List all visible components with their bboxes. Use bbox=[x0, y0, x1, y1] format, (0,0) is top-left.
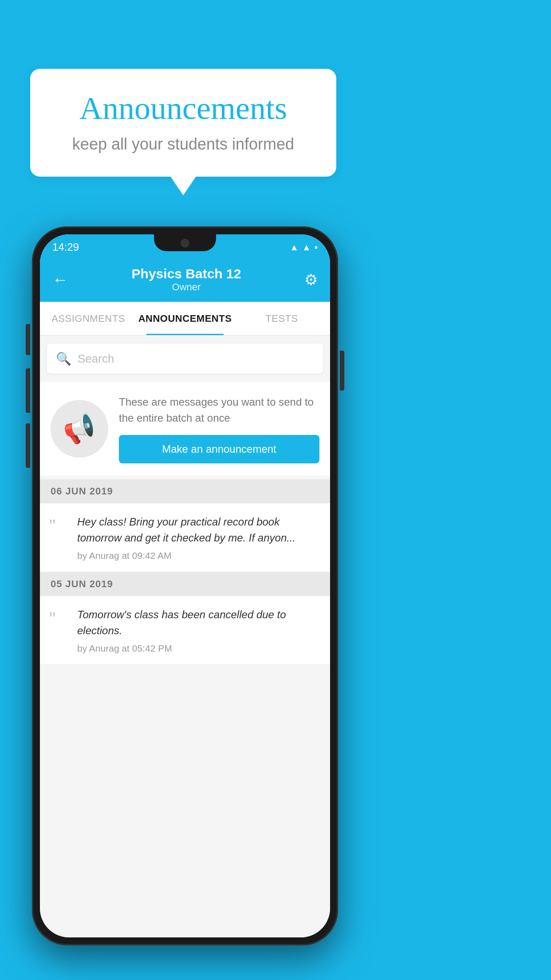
tab-announcements[interactable]: ANNOUNCEMENTS bbox=[137, 302, 233, 335]
back-button[interactable]: ← bbox=[52, 270, 68, 289]
tab-tests[interactable]: TESTS bbox=[233, 302, 330, 335]
announcement-content-2: Tomorrow's class has been cancelled due … bbox=[77, 607, 321, 654]
make-announcement-button[interactable]: Make an announcement bbox=[119, 435, 319, 463]
status-time: 14:29 bbox=[52, 241, 79, 253]
volume-down-button bbox=[26, 423, 30, 468]
phone-screen: 14:29 ▲ ▲ ▪ ← Physics Batch 12 Owner ⚙ bbox=[40, 234, 330, 937]
front-camera bbox=[181, 239, 189, 248]
promo-right: These are messages you want to send to t… bbox=[119, 394, 319, 463]
wifi-icon: ▲ bbox=[290, 242, 299, 253]
announcement-item-1[interactable]: " Hey class! Bring your practical record… bbox=[40, 503, 330, 572]
announcement-content-1: Hey class! Bring your practical record b… bbox=[77, 514, 321, 561]
promo-card: 📢 These are messages you want to send to… bbox=[40, 382, 330, 476]
tab-assignments[interactable]: ASSIGNMENTS bbox=[40, 302, 137, 335]
content-area: 🔍 Search 📢 These are messages you want t… bbox=[40, 336, 330, 937]
quote-icon-1: " bbox=[49, 517, 68, 534]
bubble-subtitle: keep all your students informed bbox=[57, 135, 310, 154]
app-header: ← Physics Batch 12 Owner ⚙ bbox=[40, 257, 330, 302]
phone-notch bbox=[154, 234, 216, 251]
bubble-title: Announcements bbox=[57, 90, 310, 127]
speech-bubble-container: Announcements keep all your students inf… bbox=[30, 69, 336, 177]
announcement-meta-2: by Anurag at 05:42 PM bbox=[77, 643, 321, 654]
battery-icon: ▪ bbox=[315, 242, 318, 253]
quote-icon-2: " bbox=[49, 609, 68, 627]
power-button bbox=[340, 351, 344, 391]
settings-icon[interactable]: ⚙ bbox=[304, 271, 318, 288]
user-role: Owner bbox=[132, 281, 241, 293]
phone-container: 14:29 ▲ ▲ ▪ ← Physics Batch 12 Owner ⚙ bbox=[32, 226, 338, 945]
announcement-item-2[interactable]: " Tomorrow's class has been cancelled du… bbox=[40, 596, 330, 665]
volume-up-button bbox=[26, 368, 30, 413]
signal-icon: ▲ bbox=[302, 242, 311, 253]
announcement-meta-1: by Anurag at 09:42 AM bbox=[77, 550, 321, 561]
search-icon: 🔍 bbox=[56, 352, 71, 366]
status-icons: ▲ ▲ ▪ bbox=[290, 242, 318, 253]
tabs-container: ASSIGNMENTS ANNOUNCEMENTS TESTS bbox=[40, 302, 330, 336]
search-placeholder: Search bbox=[78, 352, 114, 366]
megaphone-icon: 📢 bbox=[60, 410, 98, 447]
search-bar[interactable]: 🔍 Search bbox=[47, 344, 323, 374]
speech-bubble: Announcements keep all your students inf… bbox=[30, 69, 336, 177]
date-separator-2: 05 JUN 2019 bbox=[40, 572, 330, 596]
phone-outer: 14:29 ▲ ▲ ▪ ← Physics Batch 12 Owner ⚙ bbox=[32, 226, 338, 945]
announcement-icon-circle: 📢 bbox=[51, 400, 108, 458]
mute-button bbox=[26, 324, 30, 355]
date-separator-1: 06 JUN 2019 bbox=[40, 479, 330, 503]
announcement-text-2: Tomorrow's class has been cancelled due … bbox=[77, 607, 321, 639]
promo-description: These are messages you want to send to t… bbox=[119, 394, 319, 426]
batch-name: Physics Batch 12 bbox=[132, 266, 241, 281]
header-title-group: Physics Batch 12 Owner bbox=[132, 266, 241, 293]
announcement-text-1: Hey class! Bring your practical record b… bbox=[77, 514, 321, 546]
